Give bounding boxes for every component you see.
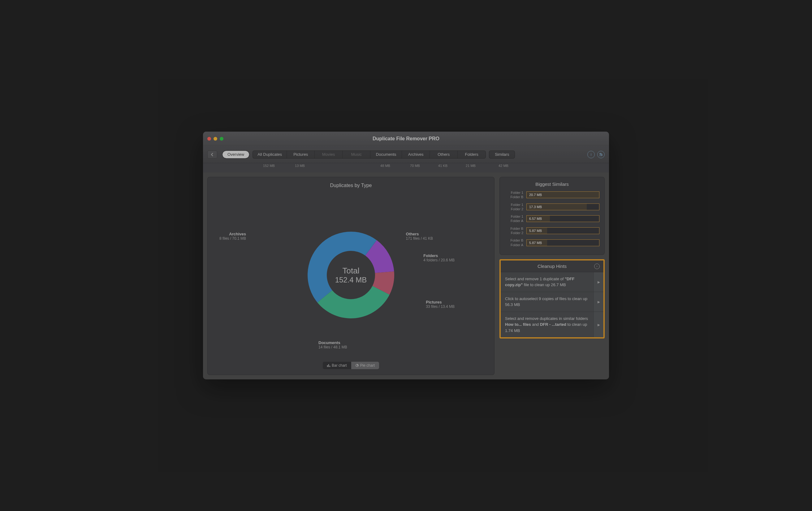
pie-chart-icon <box>355 364 359 367</box>
hint-text: Select and remove duplicates in similar … <box>501 312 593 338</box>
similar-row[interactable]: Folder BFolder A 5.87 MB <box>505 238 600 247</box>
close-window-button[interactable] <box>207 137 211 141</box>
tab-others[interactable]: Others <box>430 151 458 158</box>
hint-text: Select and remove 1 duplicate of "DFF co… <box>501 272 593 292</box>
similar-size-value: 17.3 MB <box>529 205 542 209</box>
donut-chart: Total 152.4 MB Archives 8 files / 70.1 M… <box>213 191 489 359</box>
similar-pair-labels: Folder 1Folder B <box>505 190 523 199</box>
fullscreen-window-button[interactable] <box>220 137 224 141</box>
biggest-similars-panel: Biggest Similars Folder 1Folder B 20.7 M… <box>499 177 605 255</box>
hint-action-arrow[interactable]: ▸ <box>593 272 603 292</box>
tab-size-label <box>342 163 370 172</box>
tab-archives[interactable]: Archives <box>402 151 430 158</box>
svg-rect-2 <box>329 366 330 367</box>
hint-text: Click to autoselect 9 copies of files to… <box>501 292 593 312</box>
minimize-window-button[interactable] <box>213 137 217 141</box>
app-title: Duplicate File Remover PRO <box>203 136 609 141</box>
tab-pictures[interactable]: Pictures <box>287 151 315 158</box>
toggle-pie-chart[interactable]: Pie chart <box>351 362 379 369</box>
similar-size-value: 5.87 MB <box>529 229 542 233</box>
tab-size-label: 70 MB <box>401 163 429 172</box>
similar-row[interactable]: Folder 1Folder A 6.57 MB <box>505 214 600 223</box>
cleanup-hints-title: Cleanup Hints › <box>501 261 603 272</box>
similar-size-bar: 20.7 MB <box>526 191 600 198</box>
titlebar: Duplicate File Remover PRO <box>203 132 609 146</box>
back-button[interactable] <box>207 151 217 159</box>
cleanup-hints-panel: Cleanup Hints › Select and remove 1 dupl… <box>499 259 605 339</box>
app-window: Duplicate File Remover PRO Overview All … <box>203 132 609 379</box>
rss-button[interactable] <box>597 151 605 158</box>
cleanup-hint-item[interactable]: Select and remove 1 duplicate of "DFF co… <box>501 272 603 292</box>
tab-size-labels: 152 MB13 MB48 MB70 MB41 KB21 MB42 MB <box>203 163 609 172</box>
tab-size-label: 48 MB <box>370 163 401 172</box>
tab-size-label: 152 MB <box>252 163 286 172</box>
tab-size-label: 13 MB <box>286 163 314 172</box>
similar-row[interactable]: Folder 1Folder 2 17.3 MB <box>505 203 600 212</box>
cleanup-hint-item[interactable]: Click to autoselect 9 copies of files to… <box>501 292 603 312</box>
overview-segment: Overview <box>222 151 250 159</box>
rss-icon <box>600 153 603 156</box>
hint-action-arrow[interactable]: ▸ <box>593 312 603 338</box>
category-tabs: All DuplicatesPicturesMoviesMusicDocumen… <box>253 151 486 159</box>
similar-pair-labels: Folder 1Folder A <box>505 214 523 223</box>
cleanup-hint-item[interactable]: Select and remove duplicates in similar … <box>501 312 603 338</box>
similar-row[interactable]: Folder 1Folder B 20.7 MB <box>505 190 600 199</box>
info-button[interactable]: i <box>587 151 595 158</box>
bar-chart-icon <box>327 364 330 367</box>
tab-all-duplicates[interactable]: All Duplicates <box>253 151 287 158</box>
toolbar: Overview All DuplicatesPicturesMoviesMus… <box>203 146 609 163</box>
tab-similars[interactable]: Similars <box>489 151 515 159</box>
donut-center-value: 152.4 MB <box>335 276 367 284</box>
similar-size-value: 6.57 MB <box>529 217 542 220</box>
similar-size-bar: 6.57 MB <box>526 215 600 222</box>
side-column: Biggest Similars Folder 1Folder B 20.7 M… <box>499 177 605 375</box>
callout-others: Others 171 files / 41 KB <box>406 232 433 241</box>
callout-pictures: Pictures 33 files / 13.4 MB <box>426 300 455 309</box>
chart-panel: Duplicates by Type Total 152.4 MB Archiv… <box>207 177 494 375</box>
callout-archives: Archives 8 files / 70.1 MB <box>220 232 246 241</box>
tab-documents[interactable]: Documents <box>370 151 402 158</box>
toggle-bar-chart[interactable]: Bar chart <box>323 362 351 369</box>
chart-type-toggle: Bar chart Pie chart <box>323 362 379 369</box>
similars-panel-title: Biggest Similars <box>505 182 600 187</box>
tab-overview[interactable]: Overview <box>223 151 249 158</box>
tab-size-label: 42 MB <box>491 163 516 172</box>
donut-center-label: Total <box>335 266 367 276</box>
hint-action-arrow[interactable]: ▸ <box>593 292 603 312</box>
similar-pair-labels: Folder 1Folder 2 <box>505 203 523 212</box>
similar-row[interactable]: Folder BFolder 2 5.87 MB <box>505 226 600 235</box>
content-area: Duplicates by Type Total 152.4 MB Archiv… <box>203 172 609 379</box>
similar-size-value: 5.87 MB <box>529 241 542 245</box>
similar-pair-labels: Folder BFolder 2 <box>505 226 523 235</box>
hints-expand-button[interactable]: › <box>594 264 600 269</box>
callout-folders: Folders 4 folders / 20.6 MB <box>423 253 455 262</box>
svg-rect-0 <box>327 365 328 367</box>
svg-rect-1 <box>328 364 329 367</box>
tab-music: Music <box>343 151 370 158</box>
callout-documents: Documents 14 files / 48.1 MB <box>318 340 347 349</box>
tab-size-label <box>314 163 342 172</box>
similar-size-bar: 17.3 MB <box>526 204 600 210</box>
chart-title: Duplicates by Type <box>330 183 372 188</box>
chevron-left-icon <box>211 153 214 156</box>
similar-size-bar: 5.87 MB <box>526 239 600 246</box>
similar-size-bar: 5.87 MB <box>526 227 600 234</box>
similar-pair-labels: Folder BFolder A <box>505 238 523 247</box>
traffic-lights <box>207 137 224 141</box>
tab-movies: Movies <box>315 151 343 158</box>
tab-size-label: 21 MB <box>457 163 485 172</box>
tab-size-label: 41 KB <box>429 163 457 172</box>
donut-center: Total 152.4 MB <box>335 266 367 284</box>
tab-folders[interactable]: Folders <box>458 151 486 158</box>
similar-size-value: 20.7 MB <box>529 193 542 197</box>
